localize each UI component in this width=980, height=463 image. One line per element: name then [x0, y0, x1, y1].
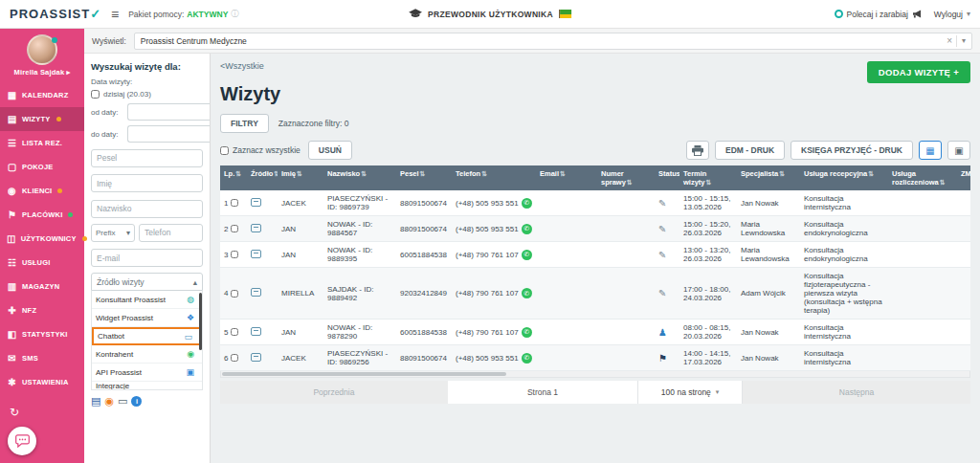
to-date-input[interactable] — [127, 125, 211, 143]
whatsapp-icon[interactable]: ✆ — [522, 288, 532, 298]
pagination-next[interactable]: Następna — [743, 381, 970, 404]
select-all-checkbox[interactable] — [220, 146, 229, 155]
books-icon[interactable]: ▤ — [91, 395, 100, 408]
table-row[interactable]: 3JANNOWAK - ID: 988939560051884538(+48) … — [220, 242, 970, 268]
visit-source-dropdown[interactable]: Źródło wizyty ▴ — [91, 273, 203, 291]
row-checkbox[interactable] — [231, 354, 238, 362]
sort-icon[interactable]: ⇅ — [274, 170, 278, 177]
lastname-input[interactable] — [91, 200, 203, 218]
sidebar-user[interactable]: Mirella Sajdak ▸ — [0, 29, 84, 81]
sort-icon[interactable]: ⇅ — [420, 170, 426, 177]
logout-button[interactable]: Wyloguj ▾ — [934, 10, 970, 19]
whatsapp-icon[interactable]: ✆ — [522, 250, 532, 260]
sort-icon[interactable]: ⇅ — [481, 170, 487, 177]
sort-icon[interactable]: ⇅ — [940, 179, 946, 186]
table-row[interactable]: 2JANNOWAK - ID: 988456788091500674(+48) … — [220, 216, 970, 242]
sort-icon[interactable]: ⇅ — [706, 179, 712, 186]
column-header-usługa-recepcyjna[interactable]: Usługa recepcyjna⇅ — [800, 165, 888, 190]
column-header-termin-wizyty[interactable]: Termin wizyty⇅ — [679, 165, 737, 190]
facility-select[interactable]: Proassist Centrum Medyczne × ▾ — [134, 33, 972, 50]
column-header-imię[interactable]: Imię⇅ — [278, 165, 323, 190]
whatsapp-icon[interactable]: ✆ — [522, 327, 532, 338]
sidebar-item-lista-rez[interactable]: ☰LISTA REZ. — [0, 131, 84, 155]
status-note-icon[interactable]: ✎ — [658, 198, 666, 209]
source-option-chatbot[interactable]: Chatbot▭ — [92, 327, 202, 345]
sort-icon[interactable]: ⇅ — [297, 170, 302, 177]
screen-icon[interactable]: ▭ — [118, 395, 127, 408]
status-note-icon[interactable]: ✎ — [658, 288, 666, 298]
column-header-źródło[interactable]: Źródło⇅ — [247, 165, 278, 190]
row-checkbox[interactable] — [231, 225, 238, 232]
clear-icon[interactable]: × — [943, 35, 956, 46]
camera-icon[interactable]: ◉ — [104, 395, 114, 408]
sort-icon[interactable]: ⇅ — [560, 170, 566, 177]
today-checkbox[interactable] — [91, 90, 100, 99]
info-circle-icon[interactable]: i — [131, 396, 142, 407]
sidebar-item-usługi[interactable]: ☷USŁUGI — [0, 251, 84, 275]
sort-icon[interactable]: ⇅ — [779, 170, 785, 177]
edm-print-button[interactable]: EDM - DRUK — [715, 141, 785, 160]
horizontal-scrollbar[interactable] — [220, 371, 970, 378]
filters-button[interactable]: FILTRY — [220, 114, 269, 133]
column-header-nazwisko[interactable]: Nazwisko⇅ — [323, 165, 396, 190]
email-input[interactable] — [91, 249, 203, 267]
row-checkbox[interactable] — [231, 290, 238, 298]
row-checkbox[interactable] — [231, 328, 238, 336]
sort-icon[interactable]: ⇅ — [235, 170, 241, 177]
source-option-api-proassist[interactable]: API Proassist▣ — [92, 364, 202, 382]
column-header-status[interactable]: Status⇅ — [655, 165, 679, 190]
sidebar-item-placówki[interactable]: ⚑PLACÓWKI — [0, 203, 84, 227]
column-header-telefon[interactable]: Telefon⇅ — [452, 165, 536, 190]
per-page-select[interactable]: 100 na stronę ▾ — [637, 381, 743, 404]
from-date-input[interactable] — [127, 103, 211, 121]
column-header-lp[interactable]: Lp.⇅ — [220, 165, 247, 190]
table-row[interactable]: 1JACEKPIASECZYŃSKI - ID: 986973988091500… — [220, 190, 970, 216]
prefix-select[interactable]: Prefix ▾ — [91, 224, 135, 242]
pagination-prev[interactable]: Poprzednia — [220, 381, 448, 404]
chat-bubble-button[interactable] — [8, 427, 36, 455]
source-option-integracje[interactable]: Integracje — [92, 382, 202, 389]
table-row[interactable]: 5JANNOWAK - ID: 987829060051884538(+48) … — [220, 320, 970, 345]
firstname-input[interactable] — [91, 174, 203, 192]
column-header-usługa-rozliczeniowa[interactable]: Usługa rozliczeniowa⇅ — [888, 165, 957, 190]
status-note-icon[interactable]: ✎ — [658, 250, 666, 260]
phone-input[interactable] — [139, 224, 203, 242]
sidebar-item-pokoje[interactable]: ▢POKOJE — [0, 155, 84, 179]
admission-book-print-button[interactable]: KSIĘGA PRZYJĘĆ - DRUK — [791, 141, 913, 160]
referral-link[interactable]: Polecaj i zarabiaj — [835, 10, 923, 19]
whatsapp-icon[interactable]: ✆ — [522, 198, 532, 209]
calendar-view-button[interactable]: ▣ — [947, 141, 970, 160]
back-link-all[interactable]: <Wszystkie — [220, 61, 264, 71]
column-header-specjalista[interactable]: Specjalista⇅ — [737, 165, 800, 190]
sort-icon[interactable]: ⇅ — [627, 179, 633, 186]
column-header-email[interactable]: Email⇅ — [536, 165, 597, 190]
column-header-pesel[interactable]: Pesel⇅ — [396, 165, 452, 190]
table-row[interactable]: 6JACEKPIASECZYŃSKI - ID: 986925688091500… — [220, 345, 970, 371]
table-row[interactable]: 4MIRELLASAJDAK - ID: 988949292032412849(… — [220, 268, 970, 320]
pesel-input[interactable] — [91, 149, 203, 167]
sidebar-item-klienci[interactable]: ◉KLIENCI — [0, 179, 84, 203]
add-visit-button[interactable]: DODAJ WIZYTĘ + — [867, 61, 970, 83]
list-scrollbar[interactable] — [199, 293, 202, 350]
row-checkbox[interactable] — [231, 199, 238, 207]
whatsapp-icon[interactable]: ✆ — [522, 224, 532, 234]
user-guide-link[interactable]: PRZEWODNIK UŻYTKOWNIKA — [409, 9, 571, 19]
hamburger-menu-icon[interactable]: ≡ — [111, 7, 119, 22]
whatsapp-icon[interactable]: ✆ — [522, 353, 532, 364]
sidebar-item-użytkownicy[interactable]: ◫UŻYTKOWNICY — [0, 227, 84, 251]
sidebar-item-kalendarz[interactable]: ▦KALENDARZ — [0, 83, 84, 107]
sort-icon[interactable]: ⇅ — [361, 170, 367, 177]
sidebar-item-statystyki[interactable]: ◧STATYSTYKI — [0, 322, 84, 346]
sidebar-item-magazyn[interactable]: ▥MAGAZYN — [0, 275, 84, 298]
source-option-widget-proassist[interactable]: Widget Proassist❖ — [92, 309, 202, 327]
language-flag-icon[interactable] — [559, 10, 571, 18]
select-all-row[interactable]: Zaznacz wszystkie — [220, 145, 301, 155]
sidebar-item-ustawienia[interactable]: ✱USTAWIENIA — [0, 370, 84, 394]
column-header-numer-sprawy[interactable]: Numer sprawy⇅ — [597, 165, 655, 190]
sidebar-item-sms[interactable]: ✉SMS — [0, 346, 84, 370]
delete-button[interactable]: USUŃ — [308, 141, 352, 160]
status-flag-icon[interactable]: ⚑ — [658, 353, 667, 364]
sidebar-item-wizyty[interactable]: ▤WIZYTY — [0, 107, 84, 131]
source-option-konsultant-proassist[interactable]: Konsultant Proassist◍ — [92, 291, 202, 309]
today-checkbox-row[interactable]: dzisiaj (20.03) — [91, 90, 203, 99]
